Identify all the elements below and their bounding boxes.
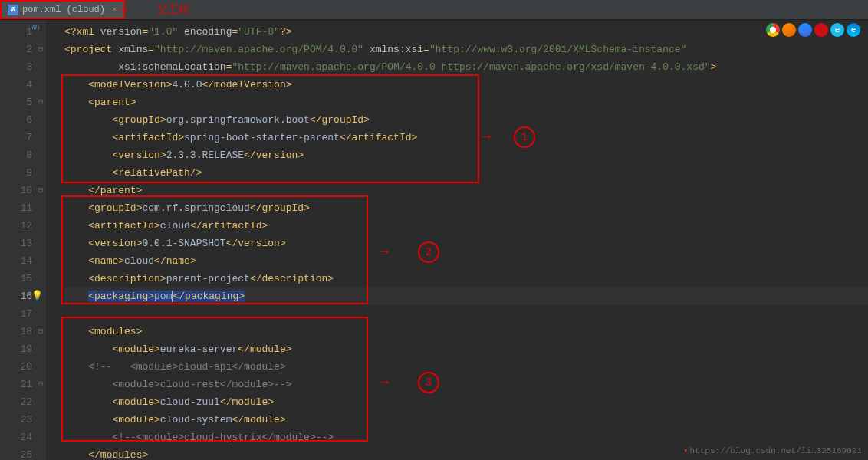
browser-icons-panel: e e <box>766 23 860 37</box>
code-line: <?xml version="1.0" encoding="UTF-8"?> <box>64 23 868 41</box>
safari-icon[interactable] <box>798 23 812 37</box>
code-line: <modules> <box>64 323 868 340</box>
gutter-line: 23 <box>0 411 32 429</box>
annotation-arrow-tab: → <box>119 2 127 18</box>
fold-marker-icon[interactable]: ⊟ <box>38 376 43 393</box>
chrome-icon[interactable] <box>766 23 780 37</box>
gutter-line: 13 <box>0 235 32 252</box>
opera-icon[interactable] <box>814 23 828 37</box>
gutter-line: 12 <box>0 217 32 235</box>
gutter-line: 22 <box>0 393 32 411</box>
watermark-arrow-icon: ▾ <box>683 445 689 455</box>
code-line: <project xmlns="http://maven.apache.org/… <box>64 41 868 58</box>
fold-marker-icon[interactable]: ⊟ <box>38 94 43 111</box>
gutter-line: 18⊟ <box>0 323 32 340</box>
gutter-line: 14 <box>0 252 32 270</box>
code-line: <artifactId>spring-boot-starter-parent</… <box>64 129 868 146</box>
code-line: <!--<module>cloud-hystrix</module>--> <box>64 429 868 446</box>
edge-icon[interactable]: e <box>847 23 860 37</box>
gutter-line: 19 <box>0 340 32 358</box>
watermark-text: https://blog.csdn.net/li1325169021 <box>690 446 862 455</box>
maven-icon: m <box>8 5 18 15</box>
gutter-line: 1 <box>0 23 32 41</box>
line-gutter: 1 2⊟ 3 4 5⊟ 6 7 8 9 10⊟ 11 12 13 14 15 1… <box>0 20 46 460</box>
gutter-line: 8 <box>0 146 32 164</box>
gutter-line: 17 <box>0 305 32 323</box>
ml-icon: m↓ <box>32 23 41 31</box>
gutter-line: 6 <box>0 111 32 129</box>
code-line: <parent> <box>64 94 868 111</box>
gutter-line: 10⊟ <box>0 182 32 199</box>
close-icon[interactable]: × <box>112 5 117 15</box>
annotation-text-tab: 父工程 <box>157 3 189 17</box>
code-line: <groupId>org.springframework.boot</group… <box>64 111 868 129</box>
gutter-line: 7 <box>0 129 32 146</box>
code-line: <module>cloud-zuul</module> <box>64 393 868 411</box>
code-line <box>64 305 868 323</box>
gutter-line: 21⊟ <box>0 376 32 393</box>
fold-marker-icon[interactable]: ⊟ <box>38 182 43 199</box>
tab-label: pom.xml (cloud) <box>22 5 105 15</box>
gutter-line: 11 <box>0 199 32 217</box>
ie-icon[interactable]: e <box>830 23 844 37</box>
gutter-line: 25 <box>0 446 32 460</box>
code-line: <artifactId>cloud</artifactId> <box>64 217 868 235</box>
code-line: <!-- <module>cloud-api</module> <box>64 358 868 376</box>
code-line: <module>cloud-system</module> <box>64 411 868 429</box>
code-line: xsi:schemaLocation="http://maven.apache.… <box>64 58 868 76</box>
gutter-line: 3 <box>0 58 32 76</box>
editor-tab[interactable]: m pom.xml (cloud) × <box>0 0 125 19</box>
code-line: </parent> <box>64 182 868 199</box>
gutter-line: 20 <box>0 358 32 376</box>
code-line: <version>2.3.3.RELEASE</version> <box>64 146 868 164</box>
fold-marker-icon[interactable]: ⊟ <box>38 323 43 340</box>
gutter-line: 4 <box>0 76 32 94</box>
code-line-current: <packaging>pom</packaging> <box>64 288 868 305</box>
gutter-line: 2⊟ <box>0 41 32 58</box>
tab-bar: m pom.xml (cloud) × → 父工程 <box>0 0 868 20</box>
gutter-line: 24 <box>0 429 32 446</box>
gutter-line: 15 <box>0 270 32 288</box>
code-line: <module>cloud-rest</module>--> <box>64 376 868 393</box>
code-line: <relativePath/> <box>64 164 868 182</box>
gutter-line: 5⊟ <box>0 94 32 111</box>
code-line: <name>cloud</name> <box>64 252 868 270</box>
code-line: <version>0.0.1-SNAPSHOT</version> <box>64 235 868 252</box>
gutter-line: 9 <box>0 164 32 182</box>
editor-area: 1 2⊟ 3 4 5⊟ 6 7 8 9 10⊟ 11 12 13 14 15 1… <box>0 20 868 460</box>
watermark: ▾ https://blog.csdn.net/li1325169021 <box>683 445 862 455</box>
gutter-line-current: 16💡 <box>0 288 32 305</box>
code-line: <modelVersion>4.0.0</modelVersion> <box>64 76 868 94</box>
code-content[interactable]: <?xml version="1.0" encoding="UTF-8"?> <… <box>46 20 868 460</box>
fold-marker-icon[interactable]: ⊟ <box>38 41 43 58</box>
code-line: <module>eureka-server</module> <box>64 340 868 358</box>
firefox-icon[interactable] <box>782 23 796 37</box>
lightbulb-icon[interactable]: 💡 <box>31 288 43 305</box>
code-line: <groupId>com.rf.springcloud</groupId> <box>64 199 868 217</box>
code-line: <description>parent-project</description… <box>64 270 868 288</box>
